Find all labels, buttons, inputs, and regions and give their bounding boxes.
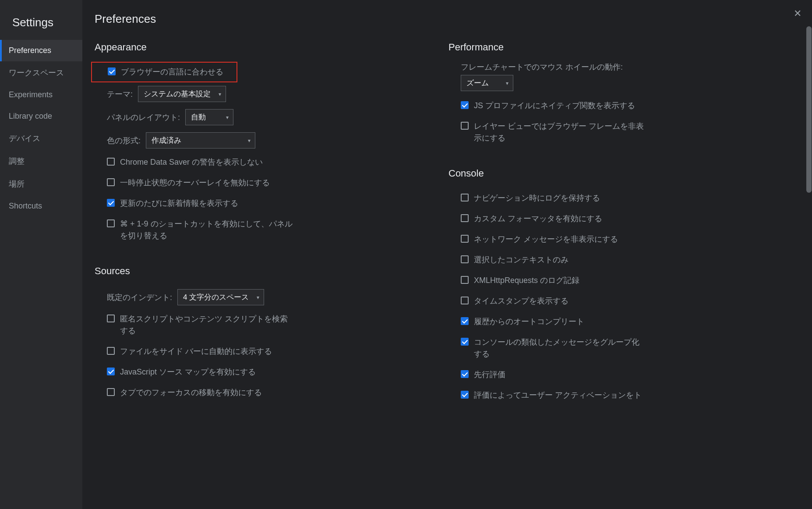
checkbox-native-functions[interactable]: [461, 101, 469, 109]
checkbox-disable-pause-overlay[interactable]: [107, 178, 115, 186]
row-custom-formatters: カスタム フォーマッタを有効にする: [445, 209, 646, 229]
checkbox-hide-network[interactable]: [461, 235, 469, 243]
checkbox-auto-reveal-files[interactable]: [107, 347, 115, 355]
select-default-indent[interactable]: 4 文字分のスペース: [177, 289, 264, 305]
select-theme[interactable]: システムの基本設定: [138, 86, 226, 102]
label-hide-network: ネットワーク メッセージを非表示にする: [474, 233, 618, 245]
section-title-sources: Sources: [91, 265, 441, 277]
select-color-format[interactable]: 作成済み: [146, 132, 255, 148]
row-tab-focus: タブでのフォーカスの移動を有効にする: [91, 382, 293, 403]
label-theme: テーマ:: [107, 89, 133, 99]
label-autocomplete-history: 履歴からのオートコンプリート: [474, 316, 584, 328]
label-user-activation: 評価によってユーザー アクティベーションをト: [474, 389, 642, 401]
checkbox-match-browser-language[interactable]: [108, 67, 116, 75]
row-preserve-log: ナビゲーション時にログを保持する: [445, 188, 646, 209]
label-match-browser-language: ブラウザーの言語に合わせる: [121, 66, 223, 78]
checkbox-eager-eval[interactable]: [461, 370, 469, 378]
close-icon[interactable]: ✕: [794, 8, 801, 19]
section-title-appearance: Appearance: [91, 42, 441, 53]
label-preserve-log: ナビゲーション時にログを保持する: [474, 192, 600, 204]
label-color-format: 色の形式:: [107, 135, 141, 146]
section-performance: Performance フレームチャートでのマウス ホイールの動作: ズーム J…: [445, 42, 794, 148]
label-js-source-maps: JavaScript ソース マップを有効にする: [120, 366, 256, 378]
row-log-xhr: XMLHttpRequests のログ記録: [445, 270, 646, 291]
label-auto-reveal-files: ファイルをサイド バーに自動的に表示する: [120, 346, 272, 357]
row-hide-network: ネットワーク メッセージを非表示にする: [445, 229, 646, 250]
row-search-anon-scripts: 匿名スクリプトやコンテンツ スクリプトを検索する: [91, 309, 293, 341]
checkbox-show-whats-new[interactable]: [107, 199, 115, 207]
sidebar-item-workspace[interactable]: ワークスペース: [0, 61, 82, 84]
label-log-xhr: XMLHttpRequests のログ記録: [474, 275, 579, 286]
sidebar: Settings Preferences ワークスペース Experiments…: [0, 0, 82, 509]
label-show-timestamps: タイムスタンプを表示する: [474, 295, 568, 307]
scrollbar-thumb[interactable]: [806, 26, 812, 193]
sidebar-title: Settings: [0, 16, 82, 40]
checkbox-hide-browser-frames[interactable]: [461, 122, 469, 130]
label-panel-layout: パネルのレイアウト:: [107, 112, 180, 123]
label-data-saver-warning: Chrome Data Saver の警告を表示しない: [120, 156, 263, 168]
sidebar-item-devices[interactable]: デバイス: [0, 127, 82, 150]
label-selected-context-only: 選択したコンテキストのみ: [474, 254, 568, 266]
row-disable-pause-overlay: 一時停止状態のオーバーレイを無効にする: [91, 173, 293, 193]
scrollbar[interactable]: [806, 26, 812, 263]
sidebar-item-throttling[interactable]: 調整: [0, 150, 82, 173]
label-eager-eval: 先行評価: [474, 369, 505, 381]
section-title-console: Console: [445, 168, 794, 179]
checkbox-group-similar[interactable]: [461, 338, 469, 346]
label-native-functions: JS プロファイルにネイティブ関数を表示する: [474, 100, 635, 112]
row-selected-context-only: 選択したコンテキストのみ: [445, 250, 646, 270]
checkbox-js-source-maps[interactable]: [107, 368, 115, 375]
row-show-timestamps: タイムスタンプを表示する: [445, 291, 646, 311]
row-autocomplete-history: 履歴からのオートコンプリート: [445, 311, 646, 332]
section-console: Console ナビゲーション時にログを保持する カスタム フォーマッタを有効に…: [445, 168, 794, 406]
section-appearance: Appearance ブラウザーの言語に合わせる テーマ: システムの基本設定 …: [91, 42, 441, 246]
checkbox-data-saver-warning[interactable]: [107, 158, 115, 166]
sidebar-item-preferences[interactable]: Preferences: [0, 40, 82, 61]
checkbox-log-xhr[interactable]: [461, 276, 469, 284]
label-show-whats-new: 更新のたびに新着情報を表示する: [120, 198, 238, 209]
row-hide-browser-frames: レイヤー ビューではブラウザー フレームを非表示にする: [445, 116, 646, 148]
label-default-indent: 既定のインデント:: [107, 292, 172, 303]
row-show-whats-new: 更新のたびに新着情報を表示する: [91, 193, 293, 214]
checkbox-preserve-log[interactable]: [461, 194, 469, 201]
row-js-source-maps: JavaScript ソース マップを有効にする: [91, 362, 293, 382]
checkbox-custom-formatters[interactable]: [461, 214, 469, 222]
row-match-browser-language: ブラウザーの言語に合わせる: [91, 62, 237, 82]
sidebar-item-experiments[interactable]: Experiments: [0, 84, 82, 106]
select-panel-layout[interactable]: 自動: [185, 109, 233, 125]
sidebar-item-library-code[interactable]: Library code: [0, 106, 82, 127]
label-disable-pause-overlay: 一時停止状態のオーバーレイを無効にする: [120, 177, 270, 189]
section-title-performance: Performance: [445, 42, 794, 53]
label-group-similar: コンソールの類似したメッセージをグループ化する: [474, 336, 646, 360]
sidebar-item-shortcuts[interactable]: Shortcuts: [0, 195, 82, 217]
row-cmd-shortcuts: ⌘ + 1-9 のショートカットを有効にして、パネルを切り替える: [91, 214, 293, 246]
checkbox-selected-context-only[interactable]: [461, 255, 469, 263]
checkbox-user-activation[interactable]: [461, 391, 469, 399]
row-user-activation: 評価によってユーザー アクティベーションをト: [445, 385, 646, 406]
sidebar-item-locations[interactable]: 場所: [0, 173, 82, 195]
label-tab-focus: タブでのフォーカスの移動を有効にする: [120, 387, 262, 399]
checkbox-cmd-shortcuts[interactable]: [107, 219, 115, 227]
label-search-anon-scripts: 匿名スクリプトやコンテンツ スクリプトを検索する: [120, 313, 293, 337]
section-sources: Sources 既定のインデント: 4 文字分のスペース 匿名スクリプトやコンテ…: [91, 265, 441, 403]
row-auto-reveal-files: ファイルをサイド バーに自動的に表示する: [91, 341, 293, 362]
label-hide-browser-frames: レイヤー ビューではブラウザー フレームを非表示にする: [474, 120, 646, 144]
select-flamechart-mouse[interactable]: ズーム: [461, 75, 513, 91]
row-data-saver-warning: Chrome Data Saver の警告を表示しない: [91, 152, 293, 173]
main-panel: ✕ Preferences Appearance ブラウザーの言語に合わせる テ…: [82, 0, 812, 509]
checkbox-show-timestamps[interactable]: [461, 297, 469, 304]
row-eager-eval: 先行評価: [445, 364, 646, 385]
checkbox-autocomplete-history[interactable]: [461, 317, 469, 325]
label-custom-formatters: カスタム フォーマッタを有効にする: [474, 213, 602, 225]
label-cmd-shortcuts: ⌘ + 1-9 のショートカットを有効にして、パネルを切り替える: [120, 218, 293, 242]
checkbox-tab-focus[interactable]: [107, 388, 115, 396]
checkbox-search-anon-scripts[interactable]: [107, 315, 115, 322]
row-group-similar: コンソールの類似したメッセージをグループ化する: [445, 332, 646, 364]
page-title: Preferences: [91, 12, 794, 26]
row-native-functions: JS プロファイルにネイティブ関数を表示する: [445, 95, 673, 116]
label-flamechart-mouse: フレームチャートでのマウス ホイールの動作:: [461, 62, 794, 75]
